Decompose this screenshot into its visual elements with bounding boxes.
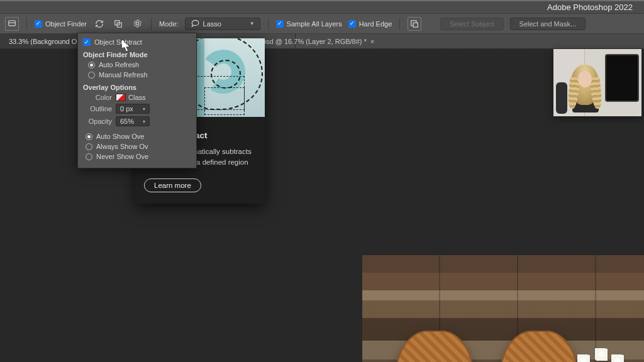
radio-unchecked-icon	[86, 143, 92, 150]
radio-unchecked-icon	[86, 153, 92, 160]
always-show-overlay-label: Always Show Ov	[96, 143, 148, 150]
radio-unchecked-icon	[88, 72, 95, 79]
hard-edge-label: Hard Edge	[359, 20, 392, 28]
always-show-overlay-radio[interactable]: Always Show Ov	[83, 141, 191, 151]
app-title-bar: Adobe Photoshop 2022	[0, 0, 644, 14]
divider	[26, 18, 27, 30]
never-show-overlay-label: Never Show Ove	[96, 153, 148, 160]
refresh-icon[interactable]	[93, 18, 106, 30]
auto-show-overlay-label: Auto Show Ove	[96, 133, 144, 140]
color-label: Color	[83, 94, 112, 101]
webcam-overlay	[553, 49, 641, 116]
gear-icon[interactable]	[131, 18, 143, 30]
presenter-avatar	[567, 62, 602, 112]
tab-title: 33.3% (Background Obje	[9, 38, 86, 45]
opacity-label: Opacity	[83, 118, 112, 125]
learn-more-button[interactable]: Learn more	[144, 178, 201, 192]
outline-label: Outline	[83, 105, 112, 112]
never-show-overlay-radio[interactable]: Never Show Ove	[83, 151, 191, 162]
auto-show-overlay-radio[interactable]: Auto Show Ove	[83, 131, 191, 141]
checkbox-checked-icon	[348, 20, 356, 28]
mode-label: Mode:	[159, 20, 179, 28]
subtract-area-icon[interactable]	[408, 17, 421, 31]
divider	[399, 18, 400, 30]
manual-refresh-radio[interactable]: Manual Refresh	[83, 70, 191, 80]
sample-all-layers-label: Sample All Layers	[287, 20, 342, 28]
svg-rect-4	[414, 23, 418, 27]
monitor-icon	[605, 54, 639, 102]
overlay-icon[interactable]	[112, 18, 125, 30]
close-icon[interactable]: ×	[370, 38, 374, 45]
overlay-opacity-row[interactable]: Opacity 65%▾	[83, 115, 191, 128]
divider	[151, 18, 152, 30]
radio-checked-icon	[88, 62, 95, 69]
selection-options-popover: Object Subtract Object Finder Mode Auto …	[77, 33, 197, 168]
radio-checked-icon	[86, 133, 92, 140]
checkbox-checked-icon	[35, 20, 42, 28]
checkbox-checked-icon	[83, 38, 91, 46]
outline-input[interactable]: 0 px▾	[116, 104, 150, 114]
overlay-color-row[interactable]: Color Class	[83, 92, 191, 102]
mode-select[interactable]: Lasso ▼	[185, 18, 260, 30]
tool-preset-icon[interactable]	[5, 17, 19, 31]
object-subtract-label: Object Subtract	[94, 38, 142, 46]
overlay-outline-row[interactable]: Outline 0 px▾	[83, 102, 191, 115]
chevron-down-icon: ▼	[250, 21, 255, 26]
checkbox-checked-icon	[276, 20, 284, 28]
select-subject-button[interactable]: Select Subject	[440, 18, 503, 30]
opacity-input[interactable]: 65%▾	[116, 116, 150, 126]
object-subtract-toggle[interactable]: Object Subtract	[83, 37, 191, 47]
color-swatch-icon[interactable]	[116, 94, 126, 101]
sample-all-layers-toggle[interactable]: Sample All Layers	[276, 20, 342, 28]
finder-mode-heading: Object Finder Mode	[83, 50, 191, 60]
svg-rect-0	[9, 20, 16, 25]
hard-edge-toggle[interactable]: Hard Edge	[348, 20, 392, 28]
flower-bouquet	[570, 349, 633, 362]
manual-refresh-label: Manual Refresh	[99, 71, 148, 79]
auto-refresh-label: Auto Refresh	[99, 61, 139, 69]
auto-refresh-radio[interactable]: Auto Refresh	[83, 60, 191, 70]
object-finder-toggle[interactable]: Object Finder	[35, 20, 87, 28]
object-finder-label: Object Finder	[45, 20, 87, 28]
color-swatch-name: Class	[128, 94, 146, 101]
tool-options-bar: Object Finder Mode: Lasso ▼ Sample All L…	[0, 14, 644, 34]
document-image[interactable]	[362, 255, 644, 362]
lasso-icon	[191, 19, 199, 28]
overlay-heading: Overlay Options	[83, 82, 191, 92]
app-title: Adobe Photoshop 2022	[547, 3, 633, 12]
mode-value: Lasso	[203, 20, 221, 28]
select-and-mask-button[interactable]: Select and Mask...	[510, 18, 586, 30]
divider	[268, 18, 269, 30]
